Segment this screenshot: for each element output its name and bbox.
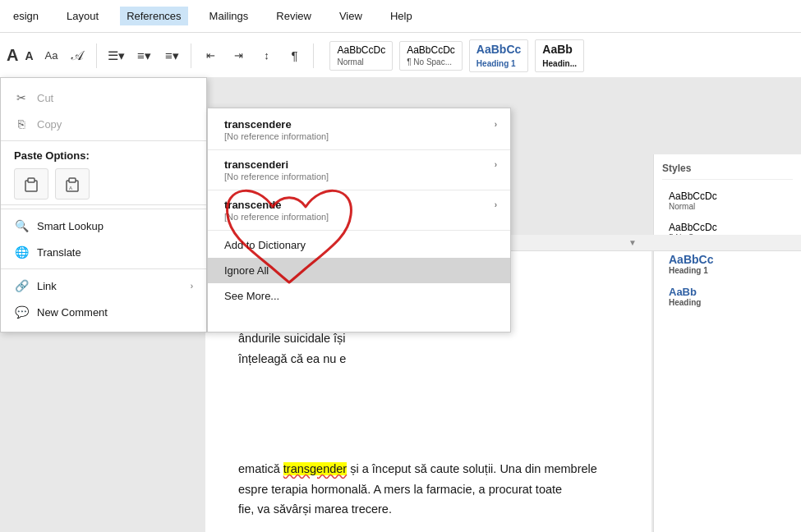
copy-label: Copy [37, 118, 193, 131]
font-size-small[interactable]: A [25, 49, 33, 62]
bottom-line2: espre terapia hormonală. A mers la farma… [238, 479, 619, 500]
sort-button[interactable]: ↕ [255, 44, 278, 67]
numbered-list-button[interactable]: ≡▾ [132, 44, 155, 67]
copy-item[interactable]: ⎘ Copy [1, 111, 206, 137]
transcendere-chevron: › [495, 120, 497, 129]
menu-bar: esign Layout References Mailings Review … [0, 0, 801, 33]
link-icon: 🔗 [14, 278, 29, 293]
new-comment-label: New Comment [37, 306, 193, 319]
style-heading2[interactable]: AaBbHeadin... [535, 39, 584, 72]
ribbon: A A Aa 𝒜 ☰▾ ≡▾ ≡▾ ⇤ ⇥ ↕ ¶ AaBbCcDc Norma… [0, 33, 801, 79]
paste-options-label: Paste Options: [1, 144, 206, 163]
menu-view[interactable]: View [333, 7, 369, 25]
multilevel-list-button[interactable]: ≡▾ [160, 44, 183, 67]
new-comment-icon: 💬 [14, 305, 29, 319]
styles-area: AaBbCcDc Normal AaBbCcDc ¶ No Spac... Aa… [329, 39, 584, 72]
dict-divider2 [208, 190, 510, 190]
menu-mailings[interactable]: Mailings [203, 7, 255, 25]
paste-btn2[interactable]: A [55, 168, 90, 200]
suggestion-transcendere[interactable]: transcendere › [No reference information… [208, 112, 510, 148]
cut-copy-section: ✂ Cut ⎘ Copy [1, 81, 206, 141]
copy-icon: ⎘ [14, 117, 29, 131]
cut-icon: ✂ [14, 90, 29, 105]
separator1 [96, 44, 97, 68]
word-transcenderi: transcenderi [224, 158, 288, 171]
style-heading1[interactable]: AaBbCcHeading 1 [469, 39, 528, 72]
ignore-all-action[interactable]: Ignore All [208, 258, 510, 283]
link-item[interactable]: 🔗 Link › [1, 273, 206, 299]
paste-btn1[interactable] [14, 168, 48, 200]
bottom-line3: fie, va săvârși marea trecere. [238, 499, 619, 520]
bullet-list-button[interactable]: ☰▾ [104, 44, 127, 67]
menu-review[interactable]: Review [269, 7, 318, 25]
paste-section: Paste Options: A [1, 141, 206, 209]
styles-panel-title: Styles [662, 163, 793, 180]
svg-rect-1 [28, 178, 35, 182]
transcenderi-chevron: › [495, 160, 497, 169]
new-comment-item[interactable]: 💬 New Comment [1, 299, 206, 325]
styles-panel: Styles AaBbCcDc Normal AaBbCcDc ¶ No Spa… [653, 154, 801, 532]
ref-transcendere: [No reference information] [224, 131, 497, 141]
link-chevron: › [191, 282, 193, 291]
smart-lookup-label: Smart Lookup [37, 220, 193, 232]
style-panel-heading1[interactable]: AaBbCc Heading 1 [662, 249, 793, 279]
context-menu-left: ✂ Cut ⎘ Copy Paste Options: A 🔍 [0, 77, 207, 332]
bottom-text: ematică transgender și a început să caut… [205, 451, 651, 532]
see-more-label: See More... [224, 290, 279, 302]
text-effects-button[interactable]: 𝒜 [66, 44, 89, 67]
translate-item[interactable]: 🌐 Translate [1, 239, 206, 265]
dict-divider1 [208, 149, 510, 150]
ref-transcende: [No reference information] [224, 212, 497, 222]
highlighted-word: transgender [283, 462, 347, 475]
cut-item[interactable]: ✂ Cut [1, 85, 206, 111]
suggestion-transcende[interactable]: transcende › [No reference information] [208, 192, 510, 228]
separator2 [191, 44, 191, 68]
see-more-action[interactable]: See More... [208, 283, 510, 309]
dict-divider3 [208, 230, 510, 231]
smart-translate-section: 🔍 Smart Lookup 🌐 Translate [1, 209, 206, 269]
smart-lookup-icon: 🔍 [14, 218, 29, 233]
suggestion-transcenderi[interactable]: transcenderi › [No reference information… [208, 152, 510, 188]
add-to-dictionary-label: Add to Dictionary [224, 239, 306, 251]
style-panel-heading2[interactable]: AaBb Heading [662, 282, 793, 311]
svg-text:A: A [69, 186, 72, 190]
menu-design[interactable]: esign [7, 7, 45, 25]
font-size-large[interactable]: A [7, 46, 18, 65]
increase-indent-button[interactable]: ⇥ [227, 44, 250, 67]
ignore-all-label: Ignore All [224, 264, 269, 277]
word-transcendere: transcendere [224, 118, 292, 131]
link-label: Link [37, 280, 182, 292]
menu-references[interactable]: References [120, 7, 187, 25]
translate-label: Translate [37, 246, 193, 259]
word-transcende: transcende [224, 199, 281, 211]
menu-help[interactable]: Help [384, 7, 419, 25]
doc-line5: înțeleagă că ea nu e [238, 349, 619, 369]
font-aa-button[interactable]: Aa [42, 44, 62, 67]
smart-lookup-item[interactable]: 🔍 Smart Lookup [1, 213, 206, 239]
context-menu-right: transcendere › [No reference information… [207, 108, 511, 332]
menu-layout[interactable]: Layout [60, 7, 105, 25]
svg-rect-3 [69, 178, 76, 182]
style-panel-normal[interactable]: AaBbCcDc Normal [662, 186, 793, 215]
bottom-line1: ematică transgender și a început să caut… [238, 459, 619, 479]
context-menu-wrapper: ✂ Cut ⎘ Copy Paste Options: A 🔍 [0, 77, 511, 332]
style-no-space[interactable]: AaBbCcDc ¶ No Spac... [399, 41, 463, 71]
paragraph-marks-button[interactable]: ¶ [283, 44, 306, 67]
decrease-indent-button[interactable]: ⇤ [199, 44, 222, 67]
style-normal[interactable]: AaBbCcDc Normal [329, 41, 393, 71]
transcende-chevron: › [495, 200, 497, 209]
add-to-dictionary-action[interactable]: Add to Dictionary [208, 232, 510, 258]
ref-transcenderi: [No reference information] [224, 172, 497, 181]
translate-icon: 🌐 [14, 245, 29, 259]
link-comment-section: 🔗 Link › 💬 New Comment [1, 269, 206, 328]
separator3 [313, 44, 314, 68]
cut-label: Cut [37, 92, 193, 104]
paste-icons-row: A [1, 163, 206, 205]
